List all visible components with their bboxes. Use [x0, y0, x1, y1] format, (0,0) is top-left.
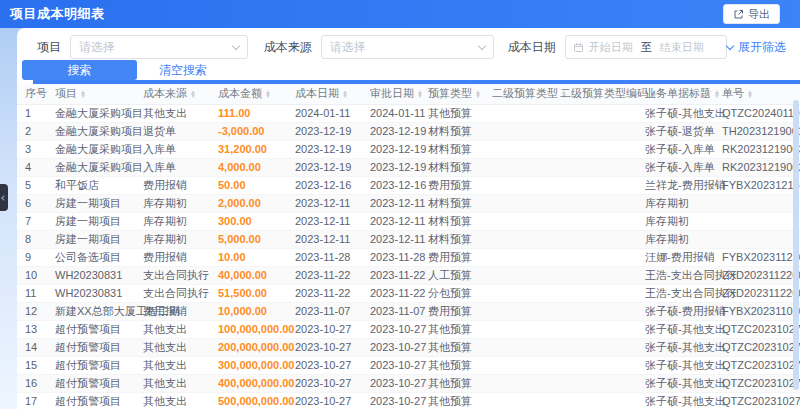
- cell-cost_date: 2023-10-27: [293, 356, 368, 374]
- end-date-input[interactable]: 结束日期: [660, 40, 704, 55]
- cell-sub_budget_code: [558, 230, 643, 248]
- cell-no: 11: [17, 284, 53, 302]
- cell-cost_date: 2023-12-19: [293, 140, 368, 158]
- column-label: 成本来源: [143, 86, 187, 101]
- cell-source: 入库单: [141, 140, 216, 158]
- column-header-sub_budget_type[interactable]: 二级预算类型▲▼: [490, 84, 558, 104]
- cell-project: WH20230831: [53, 266, 141, 284]
- column-header-sub_budget_code[interactable]: 二级预算类型编码▲▼: [558, 84, 643, 104]
- sort-icon[interactable]: ▲▼: [714, 90, 720, 98]
- cost-date-range-input[interactable]: 开始日期 至 结束日期: [565, 35, 727, 59]
- cell-project: 超付预警项目: [53, 338, 141, 356]
- cell-doc_no: RK20231219003: [720, 140, 800, 158]
- sort-icon[interactable]: ▲▼: [265, 90, 271, 98]
- cell-cost_date: 2023-11-07: [293, 302, 368, 320]
- cell-project: 房建一期项目: [53, 212, 141, 230]
- sort-icon[interactable]: ▲▼: [190, 90, 196, 98]
- drawer-collapse-handle[interactable]: [0, 184, 8, 211]
- start-date-input[interactable]: 开始日期: [589, 40, 633, 55]
- table-row: 12新建XX总部大厦工程二期费用报销10,000.002023-11-07202…: [17, 302, 800, 320]
- cell-doc_title: 张子硕-其他支出: [643, 392, 720, 409]
- cell-doc_title: 兰祥龙-费用报销: [643, 176, 720, 194]
- cell-approve_date: 2023-11-22: [368, 266, 426, 284]
- sort-icon[interactable]: ▲▼: [747, 90, 753, 98]
- cell-budget_type: 费用预算: [426, 248, 490, 266]
- cell-doc_title: 张子硕-退货单: [643, 122, 720, 140]
- cell-project: 房建一期项目: [53, 194, 141, 212]
- cell-amount: 31,200.00: [216, 140, 293, 158]
- column-header-source[interactable]: 成本来源▲▼: [141, 84, 216, 104]
- cell-doc_no: FYBX20231128001: [720, 248, 800, 266]
- cell-doc_title: 库存期初: [643, 212, 720, 230]
- table-row: 17超付预警项目其他支出500,000,000.002023-10-272023…: [17, 392, 800, 409]
- cell-amount: 10.00: [216, 248, 293, 266]
- filter-bar: 项目 请选择 成本来源 请选择 成本日期 开始日期 至 结束日期: [17, 28, 800, 80]
- cell-doc_title: 张子硕-其他支出: [643, 320, 720, 338]
- column-label: 序号: [25, 86, 47, 101]
- cell-doc_title: 库存期初: [643, 194, 720, 212]
- cell-doc_no: QTZC20231027002: [720, 392, 800, 409]
- cell-sub_budget_type: [490, 356, 558, 374]
- export-button[interactable]: 导出: [723, 4, 780, 24]
- cell-cost_date: 2023-12-11: [293, 212, 368, 230]
- cell-approve_date: 2024-01-11: [368, 104, 426, 122]
- cell-budget_type: 人工预算: [426, 266, 490, 284]
- cell-sub_budget_code: [558, 140, 643, 158]
- table-row: 4金融大厦采购项目入库单4,000.002023-12-192023-12-19…: [17, 158, 800, 176]
- cell-amount: 111.00: [216, 104, 293, 122]
- sort-icon[interactable]: ▲▼: [475, 90, 481, 98]
- table-row: 2金融大厦采购项目退货单-3,000.002023-12-192023-12-1…: [17, 122, 800, 140]
- clear-search-link[interactable]: 清空搜索: [159, 62, 207, 79]
- column-label: 审批日期: [370, 86, 414, 101]
- cell-approve_date: 2023-10-27: [368, 374, 426, 392]
- column-header-project[interactable]: 项目▲▼: [53, 84, 141, 104]
- cell-amount: 10,000.00: [216, 302, 293, 320]
- cell-amount: 51,500.00: [216, 284, 293, 302]
- cell-no: 8: [17, 230, 53, 248]
- table-row: 16超付预警项目其他支出400,000,000.002023-10-272023…: [17, 374, 800, 392]
- cell-sub_budget_type: [490, 104, 558, 122]
- column-header-cost_date[interactable]: 成本日期▲▼: [293, 84, 368, 104]
- cell-sub_budget_type: [490, 338, 558, 356]
- cell-cost_date: 2023-11-22: [293, 266, 368, 284]
- cell-no: 1: [17, 104, 53, 122]
- cell-no: 12: [17, 302, 53, 320]
- cell-no: 15: [17, 356, 53, 374]
- cell-budget_type: 费用预算: [426, 176, 490, 194]
- search-button[interactable]: 搜索: [22, 60, 137, 80]
- sort-icon[interactable]: ▲▼: [80, 90, 86, 98]
- cell-cost_date: 2023-11-22: [293, 284, 368, 302]
- cell-doc_title: 王浩-支出合同执行: [643, 284, 720, 302]
- cell-sub_budget_code: [558, 122, 643, 140]
- table-header-row: 序号项目▲▼成本来源▲▼成本金额▲▼成本日期▲▼审批日期▲▼预算类型▲▼二级预算…: [17, 84, 800, 104]
- cell-cost_date: 2023-10-27: [293, 338, 368, 356]
- cell-budget_type: 材料预算: [426, 212, 490, 230]
- cell-budget_type: 其他预算: [426, 104, 490, 122]
- expand-filter-link[interactable]: 展开筛选: [727, 39, 786, 56]
- column-label: 成本金额: [218, 86, 262, 101]
- cell-doc_no: QTZC20231027002: [720, 374, 800, 392]
- cell-project: WH20230831: [53, 284, 141, 302]
- cell-doc_title: 汪娜-费用报销: [643, 248, 720, 266]
- cost-source-select[interactable]: 请选择: [321, 35, 494, 59]
- table-row: 15超付预警项目其他支出300,000,000.002023-10-272023…: [17, 356, 800, 374]
- column-header-amount[interactable]: 成本金额▲▼: [216, 84, 293, 104]
- cell-budget_type: 材料预算: [426, 230, 490, 248]
- cell-project: 和平饭店: [53, 176, 141, 194]
- cell-cost_date: 2023-10-27: [293, 374, 368, 392]
- cell-amount: 400,000,000.00: [216, 374, 293, 392]
- cell-doc_no: [720, 230, 800, 248]
- cell-approve_date: 2023-10-27: [368, 356, 426, 374]
- cell-cost_date: 2023-10-27: [293, 320, 368, 338]
- vertical-scrollbar[interactable]: [793, 100, 799, 390]
- sort-icon[interactable]: ▲▼: [342, 90, 348, 98]
- filter-actions-row: 搜索 清空搜索: [17, 60, 800, 80]
- column-header-doc_no[interactable]: 单号▲▼: [720, 84, 800, 104]
- cell-no: 4: [17, 158, 53, 176]
- cell-cost_date: 2023-12-11: [293, 194, 368, 212]
- sort-icon[interactable]: ▲▼: [417, 90, 423, 98]
- column-header-approve_date[interactable]: 审批日期▲▼: [368, 84, 426, 104]
- column-header-doc_title[interactable]: 业务单据标题▲▼: [643, 84, 720, 104]
- project-select[interactable]: 请选择: [70, 35, 248, 59]
- column-header-budget_type[interactable]: 预算类型▲▼: [426, 84, 490, 104]
